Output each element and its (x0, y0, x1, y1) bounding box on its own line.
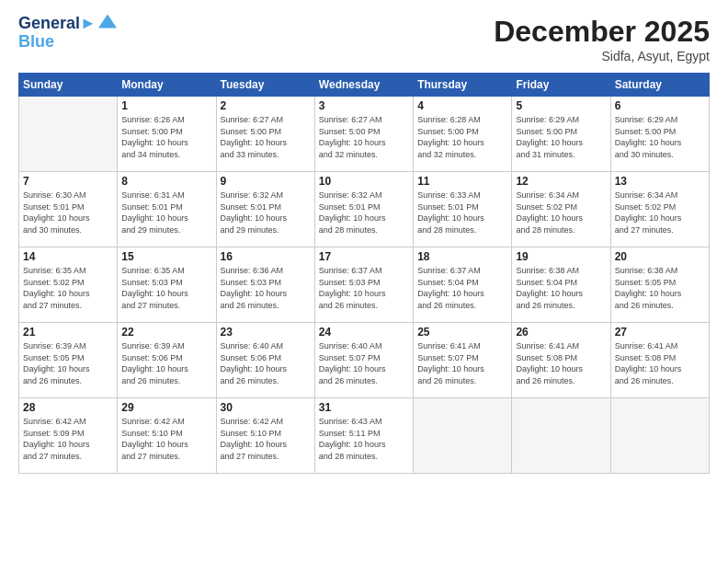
calendar-cell: 29Sunrise: 6:42 AMSunset: 5:10 PMDayligh… (118, 398, 216, 474)
calendar-cell: 8Sunrise: 6:31 AMSunset: 5:01 PMDaylight… (118, 172, 216, 247)
day-number: 8 (121, 175, 211, 188)
day-number: 20 (615, 250, 705, 263)
day-number: 6 (615, 99, 705, 112)
calendar-week-4: 21Sunrise: 6:39 AMSunset: 5:05 PMDayligh… (19, 323, 710, 398)
calendar-cell: 2Sunrise: 6:27 AMSunset: 5:00 PMDaylight… (216, 97, 314, 172)
calendar-cell: 17Sunrise: 6:37 AMSunset: 5:03 PMDayligh… (314, 247, 413, 323)
calendar-cell: 1Sunrise: 6:26 AMSunset: 5:00 PMDaylight… (118, 97, 216, 172)
calendar-cell: 3Sunrise: 6:27 AMSunset: 5:00 PMDaylight… (314, 97, 413, 172)
day-info: Sunrise: 6:39 AMSunset: 5:05 PMDaylight:… (23, 340, 113, 386)
day-number: 23 (221, 326, 311, 339)
logo-text: General► (18, 15, 97, 33)
col-friday: Friday (512, 74, 610, 97)
day-number: 13 (615, 175, 705, 188)
day-info: Sunrise: 6:29 AMSunset: 5:00 PMDaylight:… (516, 114, 606, 160)
day-number: 9 (221, 175, 311, 188)
calendar-week-1: 1Sunrise: 6:26 AMSunset: 5:00 PMDaylight… (19, 97, 710, 172)
day-info: Sunrise: 6:37 AMSunset: 5:03 PMDaylight:… (319, 265, 409, 311)
calendar-cell: 28Sunrise: 6:42 AMSunset: 5:09 PMDayligh… (19, 398, 118, 474)
calendar-cell: 5Sunrise: 6:29 AMSunset: 5:00 PMDaylight… (512, 97, 610, 172)
day-number: 31 (319, 401, 409, 414)
title-area: December 2025 Sidfa, Asyut, Egypt (494, 15, 710, 63)
calendar-week-2: 7Sunrise: 6:30 AMSunset: 5:01 PMDaylight… (19, 172, 710, 247)
col-saturday: Saturday (610, 74, 709, 97)
calendar-cell: 12Sunrise: 6:34 AMSunset: 5:02 PMDayligh… (512, 172, 610, 247)
calendar-cell: 25Sunrise: 6:41 AMSunset: 5:07 PMDayligh… (414, 323, 512, 398)
day-info: Sunrise: 6:28 AMSunset: 5:00 PMDaylight:… (417, 114, 507, 160)
col-tuesday: Tuesday (216, 74, 314, 97)
calendar-cell: 13Sunrise: 6:34 AMSunset: 5:02 PMDayligh… (610, 172, 709, 247)
day-number: 25 (417, 326, 507, 339)
calendar-cell: 10Sunrise: 6:32 AMSunset: 5:01 PMDayligh… (314, 172, 413, 247)
day-info: Sunrise: 6:39 AMSunset: 5:06 PMDaylight:… (121, 340, 211, 386)
day-info: Sunrise: 6:38 AMSunset: 5:04 PMDaylight:… (516, 265, 606, 311)
logo-blue: ► (80, 14, 97, 32)
col-sunday: Sunday (19, 74, 118, 97)
day-info: Sunrise: 6:32 AMSunset: 5:01 PMDaylight:… (319, 190, 409, 236)
month-title: December 2025 (494, 15, 710, 49)
day-info: Sunrise: 6:27 AMSunset: 5:00 PMDaylight:… (221, 114, 311, 160)
day-number: 29 (121, 401, 211, 414)
day-info: Sunrise: 6:41 AMSunset: 5:08 PMDaylight:… (516, 340, 606, 386)
calendar-cell: 18Sunrise: 6:37 AMSunset: 5:04 PMDayligh… (414, 247, 512, 323)
calendar-cell: 7Sunrise: 6:30 AMSunset: 5:01 PMDaylight… (19, 172, 118, 247)
page: General► Blue December 2025 Sidfa, Asyut… (0, 0, 728, 563)
calendar-cell: 19Sunrise: 6:38 AMSunset: 5:04 PMDayligh… (512, 247, 610, 323)
day-info: Sunrise: 6:41 AMSunset: 5:08 PMDaylight:… (615, 340, 705, 386)
day-info: Sunrise: 6:43 AMSunset: 5:11 PMDaylight:… (319, 416, 409, 462)
calendar-cell (414, 398, 512, 474)
calendar-week-5: 28Sunrise: 6:42 AMSunset: 5:09 PMDayligh… (19, 398, 710, 474)
calendar-cell: 22Sunrise: 6:39 AMSunset: 5:06 PMDayligh… (118, 323, 216, 398)
day-info: Sunrise: 6:32 AMSunset: 5:01 PMDaylight:… (221, 190, 311, 236)
day-info: Sunrise: 6:41 AMSunset: 5:07 PMDaylight:… (417, 340, 507, 386)
calendar-cell: 9Sunrise: 6:32 AMSunset: 5:01 PMDaylight… (216, 172, 314, 247)
day-info: Sunrise: 6:36 AMSunset: 5:03 PMDaylight:… (221, 265, 311, 311)
col-monday: Monday (118, 74, 216, 97)
calendar-cell (512, 398, 610, 474)
logo-blue-text: Blue (18, 33, 117, 52)
calendar-week-3: 14Sunrise: 6:35 AMSunset: 5:02 PMDayligh… (19, 247, 710, 323)
day-number: 26 (516, 326, 606, 339)
day-info: Sunrise: 6:30 AMSunset: 5:01 PMDaylight:… (23, 190, 113, 236)
calendar-cell: 26Sunrise: 6:41 AMSunset: 5:08 PMDayligh… (512, 323, 610, 398)
day-number: 21 (23, 326, 113, 339)
location-subtitle: Sidfa, Asyut, Egypt (494, 49, 710, 63)
day-number: 30 (221, 401, 311, 414)
day-number: 24 (319, 326, 409, 339)
day-info: Sunrise: 6:33 AMSunset: 5:01 PMDaylight:… (417, 190, 507, 236)
day-number: 12 (516, 175, 606, 188)
calendar-cell: 6Sunrise: 6:29 AMSunset: 5:00 PMDaylight… (610, 97, 709, 172)
day-number: 2 (221, 99, 311, 112)
day-info: Sunrise: 6:40 AMSunset: 5:07 PMDaylight:… (319, 340, 409, 386)
day-info: Sunrise: 6:26 AMSunset: 5:00 PMDaylight:… (121, 114, 211, 160)
header-row: Sunday Monday Tuesday Wednesday Thursday… (19, 74, 710, 97)
calendar-cell: 11Sunrise: 6:33 AMSunset: 5:01 PMDayligh… (414, 172, 512, 247)
day-info: Sunrise: 6:29 AMSunset: 5:00 PMDaylight:… (615, 114, 705, 160)
day-number: 28 (23, 401, 113, 414)
day-info: Sunrise: 6:42 AMSunset: 5:10 PMDaylight:… (121, 416, 211, 462)
calendar-cell (19, 97, 118, 172)
calendar-cell: 20Sunrise: 6:38 AMSunset: 5:05 PMDayligh… (610, 247, 709, 323)
day-number: 19 (516, 250, 606, 263)
day-info: Sunrise: 6:34 AMSunset: 5:02 PMDaylight:… (516, 190, 606, 236)
calendar-cell (610, 398, 709, 474)
calendar-cell: 30Sunrise: 6:42 AMSunset: 5:10 PMDayligh… (216, 398, 314, 474)
day-number: 22 (121, 326, 211, 339)
col-thursday: Thursday (414, 74, 512, 97)
day-info: Sunrise: 6:35 AMSunset: 5:03 PMDaylight:… (121, 265, 211, 311)
header: General► Blue December 2025 Sidfa, Asyut… (18, 15, 710, 63)
calendar-cell: 27Sunrise: 6:41 AMSunset: 5:08 PMDayligh… (610, 323, 709, 398)
day-number: 18 (417, 250, 507, 263)
day-number: 27 (615, 326, 705, 339)
day-number: 14 (23, 250, 113, 263)
day-info: Sunrise: 6:42 AMSunset: 5:10 PMDaylight:… (221, 416, 311, 462)
day-number: 4 (417, 99, 507, 112)
day-number: 16 (221, 250, 311, 263)
calendar-cell: 21Sunrise: 6:39 AMSunset: 5:05 PMDayligh… (19, 323, 118, 398)
day-info: Sunrise: 6:37 AMSunset: 5:04 PMDaylight:… (417, 265, 507, 311)
calendar-cell: 16Sunrise: 6:36 AMSunset: 5:03 PMDayligh… (216, 247, 314, 323)
svg-marker-0 (98, 14, 117, 28)
day-number: 7 (23, 175, 113, 188)
day-info: Sunrise: 6:31 AMSunset: 5:01 PMDaylight:… (121, 190, 211, 236)
col-wednesday: Wednesday (314, 74, 413, 97)
